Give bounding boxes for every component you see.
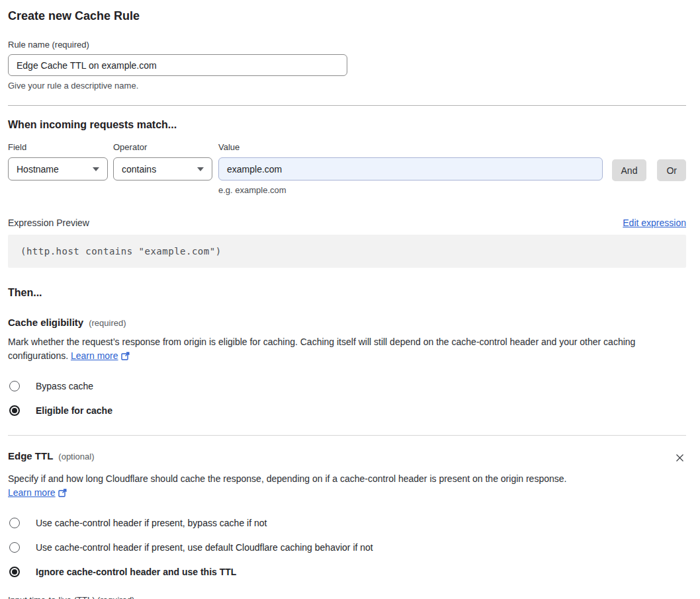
edge-ttl-qualifier: (optional) [58,452,94,461]
radio-ignore-header-use-ttl[interactable]: Ignore cache-control header and use this… [8,567,686,577]
radio-label: Ignore cache-control header and use this… [36,567,236,577]
cache-eligibility-title: Cache eligibility [8,317,83,328]
operator-select-value: contains [122,164,156,175]
radio-label: Use cache-control header if present, use… [36,542,373,553]
section-divider [8,435,686,436]
edge-ttl-title-row: Edge TTL (optional) [8,450,95,461]
logic-buttons: And Or [612,159,686,181]
radio-icon [9,405,20,416]
ttl-input-block: Input time-to-live (TTL) (required) 1 da… [8,595,686,599]
operator-label: Operator [113,142,212,152]
expression-code: (http.host contains "example.com") [8,235,686,268]
cache-eligibility-description: Mark whether the request’s response from… [8,335,686,364]
rule-name-help: Give your rule a descriptive name. [8,81,686,91]
edge-ttl-options: Use cache-control header if present, byp… [8,518,686,577]
radio-label: Eligible for cache [36,405,112,416]
page-title: Create new Cache Rule [8,9,686,23]
radio-eligible-for-cache[interactable]: Eligible for cache [8,405,686,416]
value-column: Value e.g. example.com [218,142,603,195]
cache-eligibility-options: Bypass cache Eligible for cache [8,381,686,416]
radio-icon [9,567,20,577]
value-label: Value [218,142,603,152]
field-select[interactable]: Hostname [8,157,108,180]
match-expression-row: Field Hostname Operator contains Value e… [8,142,686,195]
radio-label: Bypass cache [36,381,93,391]
expression-preview-label: Expression Preview [8,218,89,228]
rule-name-block: Rule name (required) Give your rule a de… [8,40,686,91]
radio-use-header-default[interactable]: Use cache-control header if present, use… [8,542,686,553]
learn-more-link[interactable]: Learn more [71,350,118,361]
radio-label: Use cache-control header if present, byp… [36,518,267,528]
learn-more-link[interactable]: Learn more [8,487,56,498]
field-select-value: Hostname [17,164,59,175]
then-heading: Then... [8,287,686,299]
cache-eligibility-header: Cache eligibility (required) [8,317,686,328]
cache-eligibility-qualifier: (required) [89,318,126,328]
field-column: Field Hostname [8,142,108,180]
expression-preview-row: Expression Preview Edit expression [8,218,686,228]
edge-ttl-description: Specify if and how long Cloudflare shoul… [8,472,567,501]
external-link-icon [58,487,67,501]
field-label: Field [8,142,108,152]
edit-expression-link[interactable]: Edit expression [623,218,686,228]
radio-icon [9,542,20,553]
radio-icon [9,518,20,528]
operator-column: Operator contains [113,142,212,180]
chevron-down-icon [197,167,204,171]
or-button[interactable]: Or [657,159,686,181]
rule-name-label: Rule name (required) [8,40,686,50]
close-icon[interactable] [674,452,686,466]
radio-icon [9,381,20,391]
section-divider [8,105,686,106]
value-help: e.g. example.com [218,185,603,195]
rule-name-input[interactable] [8,54,347,76]
radio-bypass-cache[interactable]: Bypass cache [8,381,686,391]
edge-ttl-header: Edge TTL (optional) [8,450,686,466]
match-section-heading: When incoming requests match... [8,119,686,131]
chevron-down-icon [93,167,99,171]
operator-select[interactable]: contains [113,157,212,180]
and-button[interactable]: And [612,159,647,181]
ttl-label: Input time-to-live (TTL) (required) [8,595,686,599]
value-input[interactable] [218,157,603,180]
external-link-icon [121,350,130,364]
radio-use-header-bypass[interactable]: Use cache-control header if present, byp… [8,518,686,528]
edge-ttl-description-text: Specify if and how long Cloudflare shoul… [8,473,566,484]
edge-ttl-title: Edge TTL [8,450,53,461]
